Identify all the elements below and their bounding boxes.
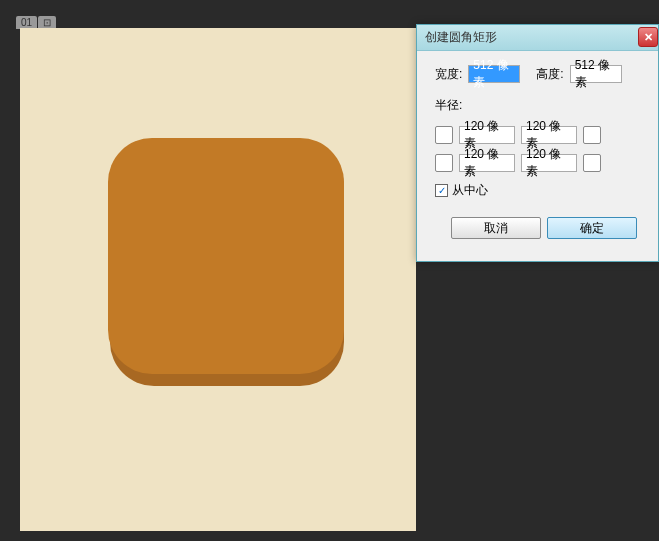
radius-bottom-left-input[interactable]: 120 像素 xyxy=(459,154,515,172)
dialog-title: 创建圆角矩形 xyxy=(425,29,497,46)
radius-bottom-row: 120 像素 120 像素 xyxy=(435,154,658,172)
cancel-button[interactable]: 取消 xyxy=(451,217,541,239)
from-center-label: 从中心 xyxy=(452,182,488,199)
from-center-checkbox[interactable]: ✓ xyxy=(435,184,448,197)
rounded-rectangle-shape[interactable] xyxy=(108,138,344,374)
create-rounded-rect-dialog: 创建圆角矩形 ✕ 宽度: 512 像素 高度: 512 像素 半径: 120 像… xyxy=(416,24,659,262)
dialog-buttons: 取消 确定 xyxy=(435,217,658,239)
canvas[interactable] xyxy=(20,28,416,531)
close-icon: ✕ xyxy=(644,31,653,44)
radius-top-row: 120 像素 120 像素 xyxy=(435,126,658,144)
dimensions-row: 宽度: 512 像素 高度: 512 像素 xyxy=(435,65,658,83)
link-toggle-left[interactable] xyxy=(435,154,453,172)
link-toggle-right[interactable] xyxy=(583,154,601,172)
radius-top-left-input[interactable]: 120 像素 xyxy=(459,126,515,144)
height-label: 高度: xyxy=(536,66,563,83)
link-toggle-right[interactable] xyxy=(583,126,601,144)
height-input[interactable]: 512 像素 xyxy=(570,65,622,83)
radius-section-label: 半径: xyxy=(435,97,658,114)
radius-bottom-right-input[interactable]: 120 像素 xyxy=(521,154,577,172)
width-input[interactable]: 512 像素 xyxy=(468,65,520,83)
radius-top-right-input[interactable]: 120 像素 xyxy=(521,126,577,144)
link-toggle-left[interactable] xyxy=(435,126,453,144)
workspace: 01 ⊡ 创建圆角矩形 ✕ 宽度: 512 像素 高度: 512 像素 半径: … xyxy=(0,0,659,541)
from-center-row: ✓ 从中心 xyxy=(435,182,658,199)
ok-button[interactable]: 确定 xyxy=(547,217,637,239)
dialog-body: 宽度: 512 像素 高度: 512 像素 半径: 120 像素 120 像素 … xyxy=(417,51,658,239)
width-label: 宽度: xyxy=(435,66,462,83)
close-button[interactable]: ✕ xyxy=(638,27,658,47)
dialog-titlebar[interactable]: 创建圆角矩形 ✕ xyxy=(417,25,658,51)
